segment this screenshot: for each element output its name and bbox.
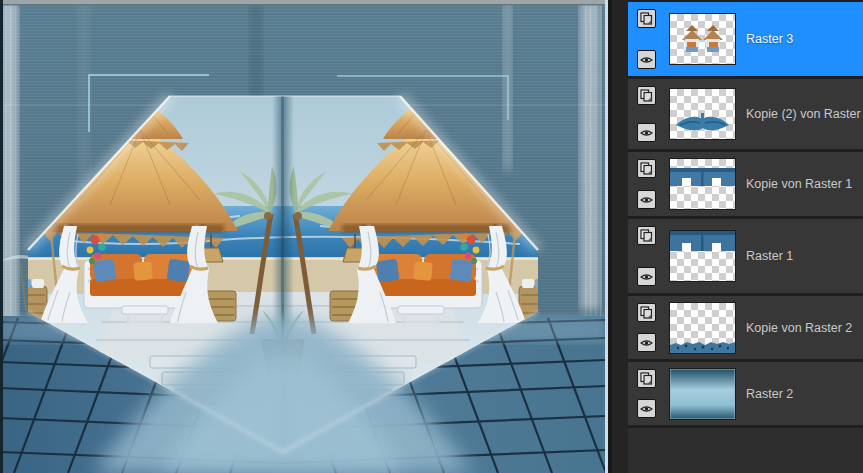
layer-row-raster-3[interactable]: Raster 3 bbox=[628, 2, 863, 79]
image-editor-window: Raster 3 Kopie (2) von Raster 1 bbox=[0, 0, 863, 473]
layers-panel-gutter bbox=[612, 0, 628, 473]
layer-style-icon[interactable] bbox=[637, 226, 656, 245]
layer-name: Raster 1 bbox=[746, 249, 793, 263]
layer-row-raster-1[interactable]: Raster 1 bbox=[628, 219, 863, 296]
layer-style-icon[interactable] bbox=[637, 9, 656, 28]
layer-name: Raster 2 bbox=[746, 387, 793, 401]
layer-row-kopie-2-von-raster-1[interactable]: Kopie (2) von Raster 1 bbox=[628, 79, 863, 152]
layer-row-raster-2[interactable]: Raster 2 bbox=[628, 362, 863, 428]
visibility-icon[interactable] bbox=[637, 267, 656, 286]
layer-thumbnail[interactable] bbox=[670, 14, 735, 64]
canvas-viewport[interactable] bbox=[0, 0, 605, 473]
visibility-icon[interactable] bbox=[637, 399, 656, 418]
layer-name: Kopie (2) von Raster 1 bbox=[746, 107, 863, 121]
layer-thumbnail[interactable] bbox=[670, 89, 735, 139]
layer-thumbnail[interactable] bbox=[670, 231, 735, 281]
layer-name: Kopie von Raster 1 bbox=[746, 177, 852, 191]
layer-style-icon[interactable] bbox=[637, 86, 656, 105]
layer-style-icon[interactable] bbox=[637, 159, 656, 178]
visibility-icon[interactable] bbox=[637, 50, 656, 69]
layer-thumbnail[interactable] bbox=[670, 303, 735, 353]
layer-name: Kopie von Raster 2 bbox=[746, 321, 852, 335]
layer-thumbnail[interactable] bbox=[670, 159, 735, 209]
layers-list: Raster 3 Kopie (2) von Raster 1 bbox=[628, 0, 863, 473]
visibility-icon[interactable] bbox=[637, 123, 656, 142]
layer-name: Raster 3 bbox=[746, 32, 793, 46]
layer-style-icon[interactable] bbox=[637, 303, 656, 322]
visibility-icon[interactable] bbox=[637, 190, 656, 209]
layer-row-kopie-von-raster-1[interactable]: Kopie von Raster 1 bbox=[628, 152, 863, 219]
layer-style-icon[interactable] bbox=[637, 369, 656, 388]
layers-panel: Raster 3 Kopie (2) von Raster 1 bbox=[612, 0, 863, 473]
visibility-icon[interactable] bbox=[637, 333, 656, 352]
layer-row-kopie-von-raster-2[interactable]: Kopie von Raster 2 bbox=[628, 296, 863, 362]
layer-thumbnail[interactable] bbox=[670, 369, 735, 419]
canvas-image[interactable] bbox=[0, 0, 605, 473]
